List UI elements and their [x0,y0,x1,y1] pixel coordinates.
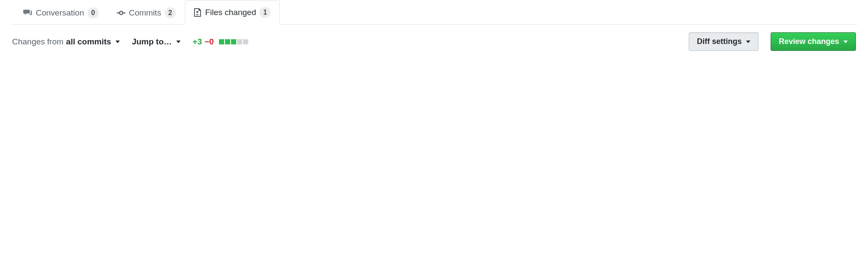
review-changes-label: Review changes [779,37,839,46]
jump-to-label: Jump to… [132,37,172,47]
changes-from-value: all commits [66,37,111,47]
tab-conversation[interactable]: Conversation 0 [14,0,108,25]
caret-down-icon [116,41,120,43]
tab-commits-count: 2 [165,7,176,19]
tab-conversation-label: Conversation [36,8,84,18]
changes-from-dropdown[interactable]: Changes from all commits [12,37,120,47]
git-commit-icon [117,9,125,17]
pr-tabs: Conversation 0 Commits 2 Files changed 1 [10,0,858,25]
tab-commits[interactable]: Commits 2 [108,0,185,25]
caret-down-icon [176,41,181,43]
tab-commits-label: Commits [129,8,161,18]
jump-to-dropdown[interactable]: Jump to… [132,37,181,47]
caret-down-icon [746,41,750,43]
additions-count: +3 [193,37,202,47]
comment-discussion-icon [23,9,32,17]
svg-point-0 [119,11,123,15]
changes-from-prefix: Changes from [12,37,63,47]
diff-settings-label: Diff settings [697,37,742,46]
tab-files-changed[interactable]: Files changed 1 [185,0,280,25]
diff-settings-button[interactable]: Diff settings [689,32,759,51]
tab-files-label: Files changed [205,8,256,17]
diff-toolbar: Changes from all commits Jump to… +3 −0 … [10,25,858,51]
caret-down-icon [843,41,848,43]
tab-files-count: 1 [259,7,271,18]
tab-conversation-count: 0 [87,7,99,19]
diffstat-squares [219,39,248,44]
deletions-count: −0 [204,37,214,47]
review-changes-button[interactable]: Review changes [771,32,856,51]
file-diff-icon [194,8,202,17]
diffstat: +3 −0 [193,37,248,47]
